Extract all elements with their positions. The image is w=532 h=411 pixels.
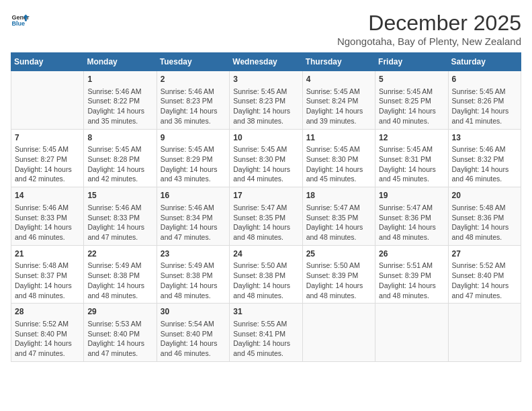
day-header-tuesday: Tuesday (157, 53, 229, 71)
day-number: 31 (233, 306, 298, 318)
day-number: 28 (15, 306, 80, 318)
day-number: 7 (15, 132, 80, 144)
day-number: 27 (452, 248, 517, 260)
day-number: 17 (233, 190, 298, 201)
day-number: 8 (87, 132, 152, 144)
day-number: 19 (379, 190, 444, 201)
calendar-cell: 22Sunrise: 5:49 AM Sunset: 8:38 PM Dayli… (84, 245, 157, 304)
calendar-cell: 17Sunrise: 5:47 AM Sunset: 8:35 PM Dayli… (230, 187, 302, 246)
calendar-table: SundayMondayTuesdayWednesdayThursdayFrid… (11, 52, 521, 362)
calendar-cell: 31Sunrise: 5:55 AM Sunset: 8:41 PM Dayli… (230, 304, 302, 362)
day-header-sunday: Sunday (11, 53, 84, 71)
calendar-cell: 24Sunrise: 5:50 AM Sunset: 8:38 PM Dayli… (230, 245, 302, 304)
day-number: 21 (15, 248, 80, 260)
days-header-row: SundayMondayTuesdayWednesdayThursdayFrid… (11, 53, 521, 71)
day-info: Sunrise: 5:53 AM Sunset: 8:40 PM Dayligh… (87, 319, 152, 359)
day-number: 26 (379, 248, 444, 260)
day-info: Sunrise: 5:45 AM Sunset: 8:24 PM Dayligh… (306, 87, 371, 126)
calendar-cell: 5Sunrise: 5:45 AM Sunset: 8:25 PM Daylig… (375, 71, 448, 130)
calendar-cell: 25Sunrise: 5:50 AM Sunset: 8:39 PM Dayli… (302, 245, 375, 304)
week-row-1: 1Sunrise: 5:46 AM Sunset: 8:22 PM Daylig… (11, 71, 521, 130)
calendar-cell: 4Sunrise: 5:45 AM Sunset: 8:24 PM Daylig… (302, 71, 375, 130)
day-number: 13 (452, 132, 517, 144)
svg-text:Blue: Blue (11, 20, 25, 27)
calendar-cell: 15Sunrise: 5:46 AM Sunset: 8:33 PM Dayli… (84, 187, 157, 246)
calendar-cell: 6Sunrise: 5:45 AM Sunset: 8:26 PM Daylig… (448, 71, 521, 130)
calendar-cell: 28Sunrise: 5:52 AM Sunset: 8:40 PM Dayli… (11, 304, 84, 362)
week-row-3: 14Sunrise: 5:46 AM Sunset: 8:33 PM Dayli… (11, 187, 521, 246)
day-header-saturday: Saturday (448, 53, 521, 71)
day-info: Sunrise: 5:50 AM Sunset: 8:38 PM Dayligh… (233, 261, 298, 300)
day-number: 12 (379, 132, 444, 144)
day-info: Sunrise: 5:46 AM Sunset: 8:33 PM Dayligh… (15, 203, 80, 242)
day-number: 22 (87, 248, 152, 260)
day-number: 3 (233, 74, 298, 85)
day-info: Sunrise: 5:48 AM Sunset: 8:36 PM Dayligh… (452, 203, 517, 242)
day-info: Sunrise: 5:47 AM Sunset: 8:35 PM Dayligh… (233, 203, 298, 242)
calendar-cell: 3Sunrise: 5:45 AM Sunset: 8:23 PM Daylig… (230, 71, 302, 130)
header: General Blue December 2025 Ngongotaha, B… (11, 11, 521, 47)
calendar-cell: 20Sunrise: 5:48 AM Sunset: 8:36 PM Dayli… (448, 187, 521, 246)
day-info: Sunrise: 5:52 AM Sunset: 8:40 PM Dayligh… (452, 261, 517, 300)
calendar-cell: 2Sunrise: 5:46 AM Sunset: 8:23 PM Daylig… (157, 71, 229, 130)
day-number: 15 (87, 190, 152, 201)
day-number: 30 (161, 306, 226, 318)
logo-icon: General Blue (11, 11, 30, 30)
day-info: Sunrise: 5:46 AM Sunset: 8:33 PM Dayligh… (87, 203, 152, 242)
day-number: 25 (306, 248, 371, 260)
day-header-wednesday: Wednesday (230, 53, 302, 71)
day-info: Sunrise: 5:45 AM Sunset: 8:23 PM Dayligh… (233, 87, 298, 126)
week-row-5: 28Sunrise: 5:52 AM Sunset: 8:40 PM Dayli… (11, 304, 521, 362)
day-info: Sunrise: 5:47 AM Sunset: 8:36 PM Dayligh… (379, 203, 444, 242)
calendar-cell: 10Sunrise: 5:45 AM Sunset: 8:30 PM Dayli… (230, 129, 302, 187)
title-area: December 2025 Ngongotaha, Bay of Plenty,… (337, 11, 521, 47)
day-number: 6 (452, 74, 517, 85)
day-info: Sunrise: 5:45 AM Sunset: 8:28 PM Dayligh… (87, 144, 152, 184)
calendar-cell: 27Sunrise: 5:52 AM Sunset: 8:40 PM Dayli… (448, 245, 521, 304)
day-number: 23 (161, 248, 226, 260)
day-number: 4 (306, 74, 371, 85)
month-title: December 2025 (337, 11, 521, 36)
calendar-cell: 21Sunrise: 5:48 AM Sunset: 8:37 PM Dayli… (11, 245, 84, 304)
day-number: 24 (233, 248, 298, 260)
day-number: 5 (379, 74, 444, 85)
day-number: 1 (87, 74, 152, 85)
day-info: Sunrise: 5:52 AM Sunset: 8:40 PM Dayligh… (15, 319, 80, 359)
day-info: Sunrise: 5:45 AM Sunset: 8:26 PM Dayligh… (452, 87, 517, 126)
day-info: Sunrise: 5:46 AM Sunset: 8:32 PM Dayligh… (452, 144, 517, 184)
day-number: 2 (161, 74, 226, 85)
day-number: 9 (161, 132, 226, 144)
calendar-cell: 11Sunrise: 5:45 AM Sunset: 8:30 PM Dayli… (302, 129, 375, 187)
calendar-cell: 19Sunrise: 5:47 AM Sunset: 8:36 PM Dayli… (375, 187, 448, 246)
calendar-cell: 23Sunrise: 5:49 AM Sunset: 8:38 PM Dayli… (157, 245, 229, 304)
day-header-monday: Monday (84, 53, 157, 71)
day-info: Sunrise: 5:48 AM Sunset: 8:37 PM Dayligh… (15, 261, 80, 300)
day-info: Sunrise: 5:55 AM Sunset: 8:41 PM Dayligh… (233, 319, 298, 359)
calendar-cell: 29Sunrise: 5:53 AM Sunset: 8:40 PM Dayli… (84, 304, 157, 362)
day-number: 18 (306, 190, 371, 201)
day-info: Sunrise: 5:45 AM Sunset: 8:30 PM Dayligh… (306, 144, 371, 184)
calendar-cell: 8Sunrise: 5:45 AM Sunset: 8:28 PM Daylig… (84, 129, 157, 187)
calendar-cell: 12Sunrise: 5:45 AM Sunset: 8:31 PM Dayli… (375, 129, 448, 187)
day-info: Sunrise: 5:50 AM Sunset: 8:39 PM Dayligh… (306, 261, 371, 300)
day-number: 11 (306, 132, 371, 144)
calendar-cell (302, 304, 375, 362)
calendar-cell: 26Sunrise: 5:51 AM Sunset: 8:39 PM Dayli… (375, 245, 448, 304)
calendar-cell: 30Sunrise: 5:54 AM Sunset: 8:40 PM Dayli… (157, 304, 229, 362)
day-info: Sunrise: 5:45 AM Sunset: 8:30 PM Dayligh… (233, 144, 298, 184)
day-header-thursday: Thursday (302, 53, 375, 71)
day-number: 14 (15, 190, 80, 201)
day-info: Sunrise: 5:46 AM Sunset: 8:34 PM Dayligh… (161, 203, 226, 242)
day-info: Sunrise: 5:54 AM Sunset: 8:40 PM Dayligh… (161, 319, 226, 359)
day-info: Sunrise: 5:51 AM Sunset: 8:39 PM Dayligh… (379, 261, 444, 300)
calendar-cell (375, 304, 448, 362)
week-row-4: 21Sunrise: 5:48 AM Sunset: 8:37 PM Dayli… (11, 245, 521, 304)
day-info: Sunrise: 5:49 AM Sunset: 8:38 PM Dayligh… (87, 261, 152, 300)
day-number: 20 (452, 190, 517, 201)
calendar-cell: 13Sunrise: 5:46 AM Sunset: 8:32 PM Dayli… (448, 129, 521, 187)
calendar-cell: 14Sunrise: 5:46 AM Sunset: 8:33 PM Dayli… (11, 187, 84, 246)
day-number: 16 (161, 190, 226, 201)
calendar-cell: 16Sunrise: 5:46 AM Sunset: 8:34 PM Dayli… (157, 187, 229, 246)
day-number: 29 (87, 306, 152, 318)
day-info: Sunrise: 5:45 AM Sunset: 8:29 PM Dayligh… (161, 144, 226, 184)
